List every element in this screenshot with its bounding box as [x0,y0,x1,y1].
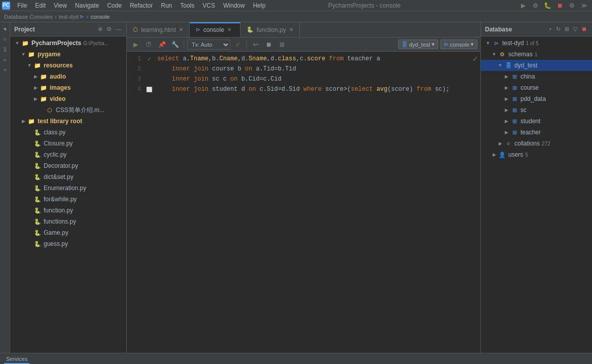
tree-item-images[interactable]: ▶ 📁 images [10,82,126,93]
closure-py-label: Closure.py [44,140,73,147]
menu-window[interactable]: Window [219,1,249,10]
tab-console[interactable]: ⊳ console ✕ [190,22,240,37]
class-py-icon: 🐍 [33,128,42,136]
tab-console-icon: ⊳ [196,26,200,33]
tree-item-resources[interactable]: ▼ 📁 resources [10,60,126,71]
build-button[interactable]: ⚙ [530,0,541,11]
panel-sync-icon[interactable]: ⊕ [97,25,103,33]
tab-py-close[interactable]: ✕ [289,27,293,32]
tree-item-css[interactable]: ⬡ CSS简单介绍.m... [10,104,126,116]
menu-vcs[interactable]: VCS [198,1,219,10]
collations-label: collations [514,140,540,147]
menu-view[interactable]: View [50,1,71,10]
db-item-users[interactable]: ▶ 👤 users 5 [481,149,592,160]
tab-html-close[interactable]: ✕ [179,27,183,32]
stop-query-button[interactable]: ⏹ [263,39,274,50]
menu-tools[interactable]: Tools [176,1,198,10]
breadcrumb-current[interactable]: console [91,14,110,20]
toolbar-sep-1 [184,41,184,49]
history-button[interactable]: ⏱ [143,39,154,50]
panel-collapse-icon[interactable]: — [115,25,122,33]
teacher-label: teacher [520,129,541,136]
tree-root[interactable]: ▼ 📁 PycharmProjects G:\Pycha... [10,38,126,49]
panel-settings-icon[interactable]: ⚙ [106,25,113,33]
commit-icon[interactable]: C [1,35,9,44]
menu-edit[interactable]: Edit [31,1,50,10]
console-select[interactable]: ⊳ console ▾ [440,40,477,49]
pullreq-icon[interactable]: PR [1,46,9,54]
dict-py-icon: 🐍 [33,173,42,181]
breadcrumb-db[interactable]: Database Consoles [4,14,53,20]
line-num-2: 2 [127,64,145,74]
format-button[interactable]: 🔧 [169,39,181,50]
tx-select[interactable]: Tx: Auto Tx: Manual [187,40,230,50]
code-content[interactable]: select a.Tname,b.Cname,d.Sname,d.class,c… [153,52,470,353]
structure-icon[interactable]: S [1,56,9,64]
enumeration-py-icon: 🐍 [33,184,42,192]
tree-item-cyclic[interactable]: 🐍 cyclic.py [10,149,126,160]
right-gutter: ✓ [470,52,480,353]
sc-arrow: ▶ [503,107,509,113]
breadcrumb-icon: ⊳ [80,14,84,19]
pin-button[interactable]: 📌 [156,39,167,50]
tree-item-closure[interactable]: 🐍 Closure.py [10,138,126,149]
dyd-test-icon: 🗄 [504,61,512,69]
console-icon: ⊳ [444,41,448,48]
audio-label: audio [50,73,66,80]
tab-console-close[interactable]: ✕ [227,27,231,32]
tx-check-button[interactable]: ✓ [232,39,243,50]
code-editor[interactable]: 1 2 3 4 ✓ ⬜ select a.Tname,b.Cname,d.Sna… [127,52,480,353]
db-item-schemas[interactable]: ▼ ⚙ schemas 1 [481,49,592,60]
db-item-china[interactable]: ▶ ⊞ china [481,71,592,82]
execute-button[interactable]: ▶ [130,39,141,50]
tree-item-forwhile[interactable]: 🐍 for&while.py [10,194,126,205]
menu-file[interactable]: File [13,1,31,10]
db-filter-icon[interactable]: ▽ [572,25,578,33]
menu-run[interactable]: Run [157,1,176,10]
favorites-icon[interactable]: F [1,66,9,74]
tree-item-decorator[interactable]: 🐍 Decorator.py [10,160,126,171]
breadcrumb-project[interactable]: test-dyd [59,14,79,20]
db-item-course[interactable]: ▶ ⊞ course [481,82,592,93]
student-arrow: ▶ [503,119,509,124]
grid-button[interactable]: ⊞ [276,39,288,50]
tree-item-guess[interactable]: 🐍 guess.py [10,238,126,249]
tree-item-test[interactable]: ▶ 📁 test library root [10,116,126,127]
db-item-student[interactable]: ▶ ⊞ student [481,116,592,127]
db-add-icon[interactable]: + [548,25,553,33]
config-button[interactable]: ⚙ [567,0,578,11]
db-grid-icon[interactable]: ⊞ [564,25,570,33]
tree-item-audio[interactable]: ▶ 📁 audio [10,71,126,82]
bottom-tab-services[interactable]: Services [4,355,29,364]
menu-navigate[interactable]: Navigate [71,1,103,10]
more-button[interactable]: ≫ [579,0,590,11]
debug-button[interactable]: 🐛 [542,0,553,11]
db-sync-icon[interactable]: ↻ [555,25,562,33]
tree-item-function[interactable]: 🐍 function.py [10,205,126,216]
db-connection-select[interactable]: 🗄 dyd_test ▾ [398,40,438,49]
tree-item-dict[interactable]: 🐍 dict&set.py [10,171,126,183]
stop-button[interactable]: ⏹ [554,0,566,11]
tab-function-py[interactable]: 🐍 function.py ✕ [240,22,300,37]
db-item-teacher[interactable]: ▶ ⊞ teacher [481,127,592,138]
tree-item-functions[interactable]: 🐍 functions.py [10,216,126,227]
undo-button[interactable]: ↩ [250,39,261,50]
menu-code[interactable]: Code [103,1,126,10]
status-4: ⬜ [145,84,153,94]
tree-item-pygame[interactable]: ▼ 📁 pygame [10,49,126,60]
menu-refactor[interactable]: Refactor [126,1,157,10]
menu-help[interactable]: Help [249,1,270,10]
db-item-dyd-test[interactable]: ▼ 🗄 dyd_test [481,60,592,71]
tree-item-game[interactable]: 🐍 Game.py [10,227,126,238]
tab-learning-html[interactable]: ⬡ learning.html ✕ [127,22,190,37]
db-item-sc[interactable]: ▶ ⊞ sc [481,104,592,116]
db-item-pdd-data[interactable]: ▶ ⊞ pdd_data [481,93,592,104]
tree-item-enumeration[interactable]: 🐍 Enumeration.py [10,183,126,194]
db-stop-icon[interactable]: ⏹ [580,25,588,33]
run-button[interactable]: ▶ [518,0,529,11]
db-item-collations[interactable]: ▶ ≡ collations 272 [481,138,592,149]
db-item-test-dyd[interactable]: ▼ ⊳ test-dyd 1 of 5 [481,38,592,49]
tree-item-class[interactable]: 🐍 class.py [10,127,126,138]
project-icon[interactable]: P [1,25,9,33]
tree-item-video[interactable]: ▶ 📁 video [10,93,126,104]
